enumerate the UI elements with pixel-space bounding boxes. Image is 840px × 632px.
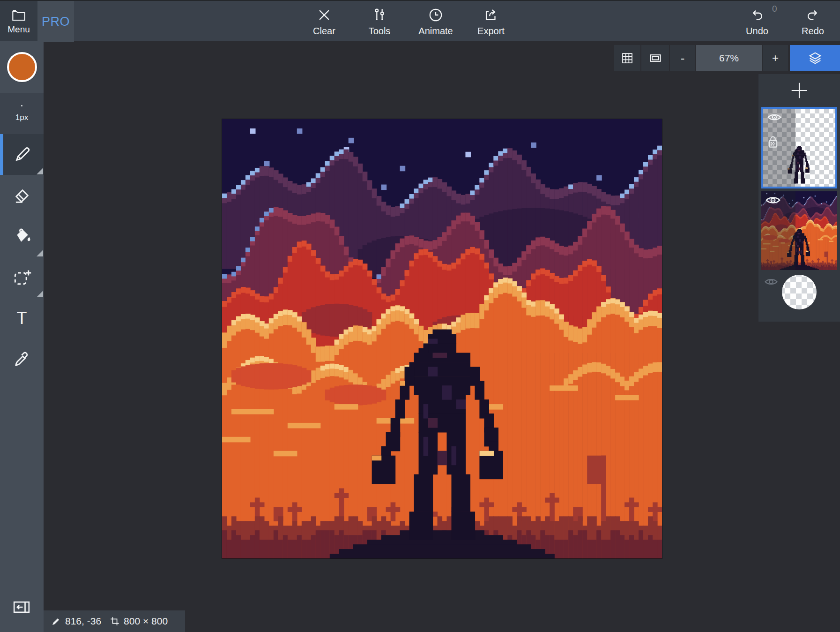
pencil-tool[interactable] — [0, 134, 44, 175]
pencil-icon — [12, 145, 32, 165]
preview-frame-button[interactable] — [641, 45, 669, 71]
layers-panel-toggle[interactable] — [790, 45, 840, 71]
fill-bucket-icon — [12, 226, 32, 247]
animate-button[interactable]: Animate — [410, 1, 461, 42]
clear-x-icon — [316, 7, 332, 23]
undo-label: Undo — [746, 26, 768, 37]
layer-1-alpha-lock-icon[interactable] — [766, 134, 780, 150]
layers-panel — [758, 74, 840, 322]
folder-icon — [11, 9, 26, 22]
clear-button[interactable]: Clear — [298, 1, 350, 42]
text-tool-glyph: T — [17, 310, 27, 327]
layers-icon — [808, 51, 823, 66]
clear-label: Clear — [313, 26, 335, 37]
layer-3-visibility-eye-icon[interactable] — [764, 277, 778, 286]
zoom-out-button[interactable]: - — [670, 45, 695, 71]
pro-badge[interactable]: PRO — [37, 1, 74, 42]
selected-tool-accent — [0, 134, 3, 175]
collapse-sidebar-button[interactable] — [12, 600, 31, 614]
tool-options-corner-triangle — [37, 250, 43, 256]
grid-toggle-button[interactable] — [614, 45, 640, 71]
plus-icon — [788, 80, 810, 101]
color-swatch-button[interactable] — [0, 41, 44, 93]
fill-bucket-tool[interactable] — [0, 216, 44, 257]
brush-size-button[interactable]: 1px — [0, 93, 44, 134]
pixel-studio-app: { "topbar": { "menu": "Menu", "pro": "PR… — [0, 0, 840, 632]
status-bar: 816, -36 800 × 800 — [44, 610, 185, 632]
zoom-level-value: 67% — [719, 53, 739, 64]
layer-1-visibility-eye-icon[interactable] — [767, 112, 782, 122]
undo-button[interactable]: Undo — [731, 1, 783, 42]
export-button[interactable]: Export — [465, 1, 517, 42]
pro-label: PRO — [42, 15, 70, 29]
redo-button[interactable]: Redo — [787, 1, 839, 42]
export-label: Export — [477, 26, 505, 37]
redo-icon — [805, 7, 821, 23]
tools-button[interactable]: Tools — [354, 1, 405, 42]
canvas-size-value: 800 × 800 — [124, 616, 168, 627]
layer-item-1-selected[interactable] — [761, 107, 837, 188]
tools-icon — [372, 7, 387, 23]
brush-size-label: 1px — [15, 113, 28, 122]
top-toolbar: Menu PRO Clear Tools Animate Exp — [0, 0, 840, 41]
menu-label: Menu — [7, 24, 30, 35]
grid-icon — [620, 51, 634, 65]
canvas-size-crop-icon — [110, 616, 120, 626]
frame-icon — [648, 51, 662, 65]
zoom-in-button[interactable]: + — [763, 45, 788, 71]
undo-icon — [749, 7, 765, 23]
artboard-canvas[interactable] — [222, 119, 662, 558]
collapse-panel-icon — [12, 600, 31, 614]
zoom-in-label: + — [772, 52, 779, 65]
text-tool[interactable]: T — [0, 298, 44, 339]
cursor-coordinates: 816, -36 — [65, 616, 101, 627]
layer-item-3-background[interactable] — [758, 271, 840, 322]
selection-icon — [12, 267, 32, 288]
clock-icon — [428, 7, 444, 23]
menu-button[interactable]: Menu — [0, 1, 37, 42]
layer-2-visibility-eye-icon[interactable] — [765, 195, 781, 206]
tool-sidebar: 1px T — [0, 41, 44, 632]
tool-options-corner-triangle — [37, 291, 43, 297]
brush-size-dot — [21, 105, 22, 106]
eyedropper-icon — [12, 349, 32, 369]
eraser-tool[interactable] — [0, 175, 44, 216]
selection-tool[interactable] — [0, 257, 44, 298]
eraser-icon — [12, 186, 32, 206]
add-layer-button[interactable] — [758, 74, 840, 107]
animate-label: Animate — [418, 26, 453, 37]
tool-options-corner-triangle — [37, 168, 43, 174]
zoom-level-display[interactable]: 67% — [696, 45, 762, 71]
layer-item-2[interactable] — [761, 191, 837, 270]
cursor-pencil-icon — [51, 616, 61, 626]
eyedropper-tool[interactable] — [0, 339, 44, 379]
background-layer-circle-thumbnail[interactable] — [782, 275, 817, 309]
current-color-swatch — [7, 52, 37, 82]
zoom-out-label: - — [681, 51, 685, 66]
export-share-icon — [483, 7, 499, 23]
tools-label: Tools — [369, 26, 391, 37]
redo-label: Redo — [802, 26, 824, 37]
